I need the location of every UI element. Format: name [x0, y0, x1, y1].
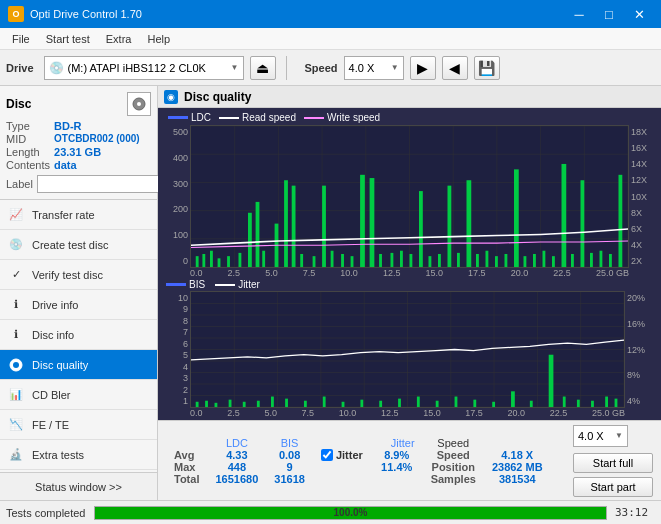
- col-spacer: [313, 437, 371, 449]
- sidebar-item-transfer-rate[interactable]: 📈 Transfer rate: [0, 200, 157, 230]
- action-speed-arrow[interactable]: ▼: [615, 431, 623, 440]
- disc-info-grid: Type BD-R MID OTCBDR002 (000) Length 23.…: [6, 120, 151, 171]
- svg-rect-105: [511, 391, 515, 407]
- sidebar-item-verify-test-disc[interactable]: ✓ Verify test disc: [0, 260, 157, 290]
- sidebar-item-disc-quality[interactable]: Disc quality: [0, 350, 157, 380]
- close-button[interactable]: ✕: [625, 3, 653, 25]
- status-text: Tests completed: [6, 507, 86, 519]
- back-button[interactable]: ◀: [442, 56, 468, 80]
- action-speed-val: 4.0 X: [578, 430, 613, 442]
- speed-label: Speed: [423, 449, 484, 461]
- write-speed-legend-color: [304, 117, 324, 119]
- col-label-header: [166, 437, 207, 449]
- extra-tests-label: Extra tests: [32, 449, 84, 461]
- time-display: 33:12: [615, 506, 655, 519]
- disc-quality-label: Disc quality: [32, 359, 88, 371]
- type-val: BD-R: [54, 120, 151, 132]
- menu-file[interactable]: File: [4, 31, 38, 47]
- menu-bar: File Start test Extra Help: [0, 28, 661, 50]
- jitter-checkbox[interactable]: [321, 449, 333, 461]
- svg-rect-112: [615, 399, 618, 407]
- svg-rect-49: [467, 180, 472, 267]
- write-speed-legend-item: Write speed: [304, 112, 380, 123]
- speed-value: 4.0 X: [349, 62, 389, 74]
- svg-rect-108: [563, 397, 566, 407]
- menu-help[interactable]: Help: [139, 31, 178, 47]
- fe-te-label: FE / TE: [32, 419, 69, 431]
- menu-start-test[interactable]: Start test: [38, 31, 98, 47]
- sidebar-item-extra-tests[interactable]: 🔬 Extra tests: [0, 440, 157, 470]
- app-title: Opti Drive Control 1.70: [30, 8, 142, 20]
- avg-jitter: 8.9%: [371, 449, 423, 461]
- svg-point-3: [13, 362, 19, 368]
- svg-rect-106: [530, 401, 533, 407]
- transfer-rate-label: Transfer rate: [32, 209, 95, 221]
- sidebar-item-disc-info[interactable]: ℹ Disc info: [0, 320, 157, 350]
- svg-rect-61: [581, 180, 585, 267]
- svg-rect-104: [492, 402, 495, 407]
- svg-rect-87: [205, 401, 208, 407]
- svg-rect-31: [292, 186, 296, 267]
- save-button[interactable]: 💾: [474, 56, 500, 80]
- svg-rect-91: [257, 401, 260, 407]
- cd-bler-icon: 📊: [8, 387, 24, 403]
- progress-bar-container: 100.0%: [94, 506, 607, 520]
- maximize-button[interactable]: □: [595, 3, 623, 25]
- svg-rect-60: [571, 254, 574, 267]
- svg-rect-33: [313, 256, 316, 267]
- bottom-chart: [190, 291, 625, 408]
- status-window-button[interactable]: Status window >>: [0, 472, 157, 500]
- svg-rect-50: [476, 254, 479, 267]
- write-speed-legend-label: Write speed: [327, 112, 380, 123]
- svg-rect-53: [505, 254, 508, 267]
- transfer-rate-icon: 📈: [8, 207, 24, 223]
- disc-header: Disc: [6, 92, 151, 116]
- disc-section: Disc Type BD-R MID OTCBDR002 (000) Lengt…: [0, 86, 157, 200]
- start-part-button[interactable]: Start part: [573, 477, 653, 497]
- avg-bis: 0.08: [266, 449, 313, 461]
- svg-rect-46: [438, 254, 441, 267]
- svg-rect-98: [379, 401, 382, 407]
- label-row: Label 🔍: [6, 175, 151, 193]
- svg-rect-107: [549, 355, 554, 407]
- status-bar: Tests completed 100.0% 33:12: [0, 500, 661, 524]
- menu-extra[interactable]: Extra: [98, 31, 140, 47]
- svg-rect-28: [262, 251, 265, 267]
- start-full-button[interactable]: Start full: [573, 453, 653, 473]
- play-button[interactable]: ▶: [410, 56, 436, 80]
- disc-icon-btn[interactable]: [127, 92, 151, 116]
- drive-info-icon: ℹ: [8, 297, 24, 313]
- minimize-button[interactable]: ─: [565, 3, 593, 25]
- bottom-y-axis-left: 10 9 8 7 6 5 4 3 2 1: [162, 291, 190, 408]
- verify-test-disc-icon: ✓: [8, 267, 24, 283]
- sidebar-item-fe-te[interactable]: 📉 FE / TE: [0, 410, 157, 440]
- sidebar-item-drive-info[interactable]: ℹ Drive info: [0, 290, 157, 320]
- eject-button[interactable]: ⏏: [250, 56, 276, 80]
- svg-rect-64: [609, 254, 612, 267]
- svg-rect-20: [196, 256, 199, 267]
- svg-rect-92: [271, 397, 274, 407]
- sidebar-item-create-test-disc[interactable]: 💿 Create test disc: [0, 230, 157, 260]
- label-key: Label: [6, 178, 33, 190]
- svg-rect-36: [341, 254, 344, 267]
- avg-label: Avg: [166, 449, 207, 461]
- type-key: Type: [6, 120, 50, 132]
- svg-rect-101: [436, 401, 439, 407]
- svg-rect-56: [533, 254, 536, 267]
- sidebar-item-cd-bler[interactable]: 📊 CD Bler: [0, 380, 157, 410]
- svg-rect-96: [342, 402, 345, 407]
- label-input[interactable]: [37, 175, 170, 193]
- mid-key: MID: [6, 133, 50, 145]
- svg-rect-44: [419, 191, 423, 267]
- drive-dropdown-arrow[interactable]: ▼: [231, 63, 239, 72]
- length-key: Length: [6, 146, 50, 158]
- length-val: 23.31 GB: [54, 146, 151, 158]
- drive-info-label: Drive info: [32, 299, 78, 311]
- read-speed-legend-item: Read speed: [219, 112, 296, 123]
- svg-rect-43: [410, 254, 413, 267]
- disc-quality-icon: [8, 357, 24, 373]
- speed-dropdown-arrow[interactable]: ▼: [391, 63, 399, 72]
- top-chart-svg: [191, 126, 628, 267]
- sidebar: Disc Type BD-R MID OTCBDR002 (000) Lengt…: [0, 86, 158, 500]
- svg-rect-41: [391, 253, 394, 267]
